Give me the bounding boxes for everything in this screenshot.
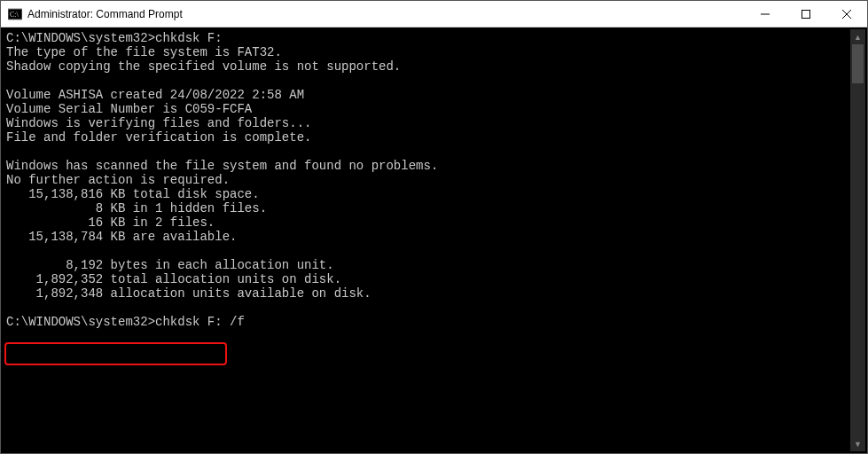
output-line: 8,192 bytes in each allocation unit. <box>6 258 847 272</box>
scroll-up-arrow-icon[interactable]: ▲ <box>850 29 865 44</box>
output-line: Shadow copying the specified volume is n… <box>6 59 847 74</box>
window-title: Administrator: Command Prompt <box>27 8 745 20</box>
output-line: The type of the file system is FAT32. <box>6 45 847 59</box>
output-line: 1,892,348 allocation units available on … <box>6 286 847 301</box>
output-line <box>6 74 847 88</box>
output-line: 8 KB in 1 hidden files. <box>6 201 847 215</box>
output-line <box>6 145 847 159</box>
output-line: 15,138,784 KB are available. <box>6 230 847 244</box>
cmd-window: C:\ Administrator: Command Prompt C:\WIN… <box>0 0 868 454</box>
cmd-icon: C:\ <box>8 7 22 21</box>
cmd-line-1: C:\WINDOWS\system32>chkdsk F: <box>6 31 847 45</box>
terminal-output[interactable]: C:\WINDOWS\system32>chkdsk F:The type of… <box>3 29 850 451</box>
titlebar[interactable]: C:\ Administrator: Command Prompt <box>1 1 867 27</box>
output-line: Windows is verifying files and folders..… <box>6 116 847 130</box>
output-line: Volume Serial Number is C059-FCFA <box>6 102 847 116</box>
output-line <box>6 301 847 315</box>
scroll-thumb[interactable] <box>852 44 864 83</box>
output-line: Volume ASHISA created 24/08/2022 2:58 AM <box>6 88 847 102</box>
output-line: 1,892,352 total allocation units on disk… <box>6 272 847 286</box>
output-line: 16 KB in 2 files. <box>6 215 847 230</box>
output-line <box>6 244 847 258</box>
scroll-down-arrow-icon[interactable]: ▼ <box>850 436 865 451</box>
terminal-area: C:\WINDOWS\system32>chkdsk F:The type of… <box>1 27 867 453</box>
vertical-scrollbar[interactable]: ▲ ▼ <box>850 29 865 451</box>
svg-text:C:\: C:\ <box>10 11 20 19</box>
output-line: Windows has scanned the file system and … <box>6 159 847 173</box>
output-line: 15,138,816 KB total disk space. <box>6 187 847 201</box>
maximize-button[interactable] <box>786 1 826 27</box>
output-line: File and folder verification is complete… <box>6 130 847 145</box>
minimize-button[interactable] <box>745 1 786 27</box>
svg-rect-3 <box>802 10 810 18</box>
cmd-line-2: C:\WINDOWS\system32>chkdsk F: /f <box>6 315 847 329</box>
output-line: No further action is required. <box>6 173 847 187</box>
close-button[interactable] <box>826 1 867 27</box>
